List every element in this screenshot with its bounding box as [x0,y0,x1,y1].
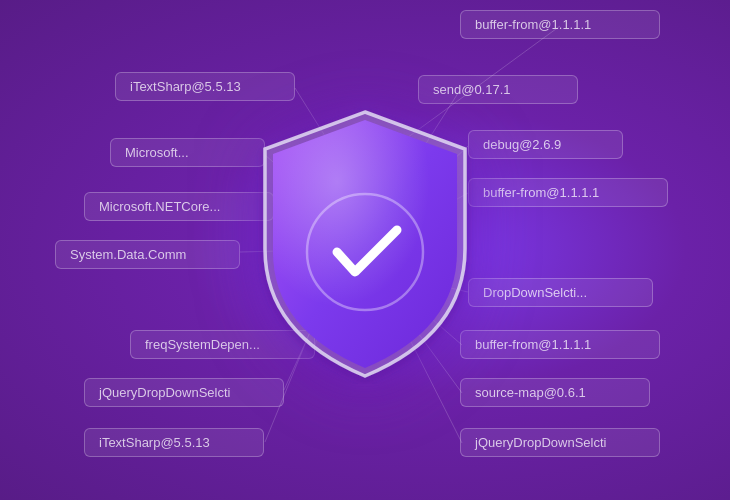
dependency-node: jQueryDropDownSelcti [460,428,660,457]
shield-container [235,94,495,394]
dependency-node: System.Data.Comm [55,240,240,269]
dependency-node: buffer-from@1.1.1.1 [468,178,668,207]
dependency-node: DropDownSelcti... [468,278,653,307]
dependency-node: buffer-from@1.1.1.1 [460,10,660,39]
dependency-node: iTextSharp@5.5.13 [84,428,264,457]
shield [245,104,485,384]
